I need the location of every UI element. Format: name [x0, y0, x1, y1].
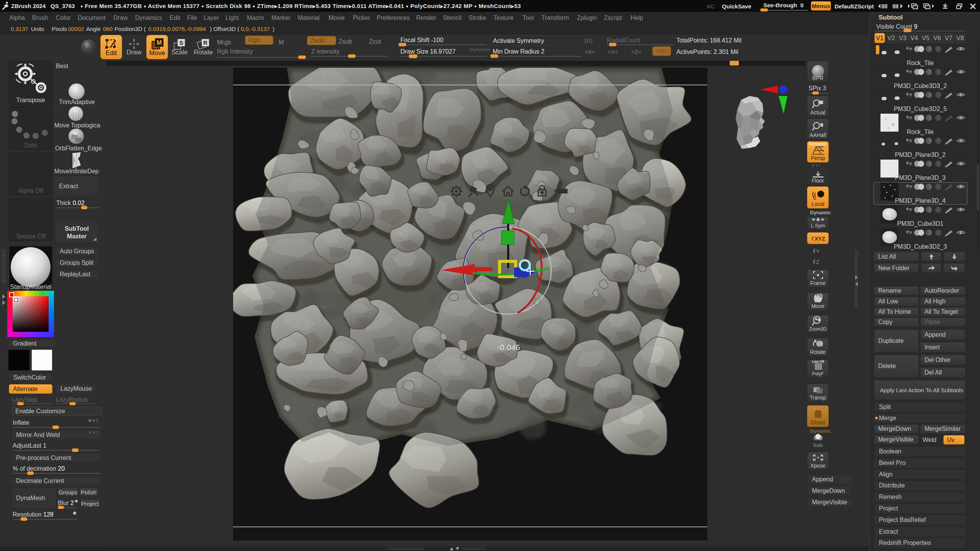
svg-text:XYZ: XYZ [815, 236, 825, 242]
svg-text:G: G [813, 196, 817, 201]
svg-text:Y: Y [816, 248, 820, 254]
svg-text:M: M [157, 39, 162, 46]
svg-text:Line Fill: Line Fill [812, 360, 824, 364]
svg-text:R: R [203, 39, 207, 46]
svg-text:S: S [179, 39, 183, 46]
svg-text:Z: Z [816, 259, 819, 265]
